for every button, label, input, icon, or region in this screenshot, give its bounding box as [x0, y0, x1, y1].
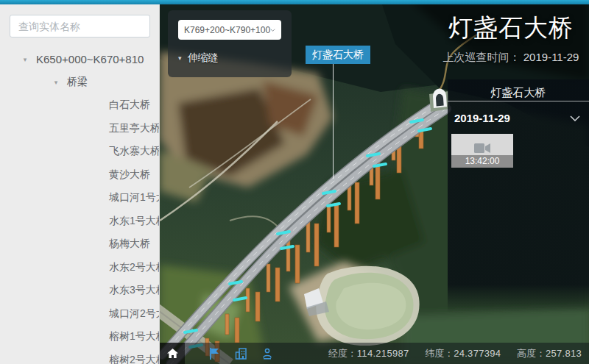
- tree-node-bridges[interactable]: ▾ 桥梁: [0, 71, 159, 93]
- altitude-value: 257.813: [546, 348, 582, 359]
- video-timestamp: 13:42:00: [451, 155, 513, 168]
- flag-icon: [209, 348, 219, 360]
- tree-node-label: K650+000~K670+810: [36, 53, 144, 65]
- home-icon: [167, 349, 178, 359]
- bridge-list-item[interactable]: 水东2号大桥: [0, 256, 159, 279]
- longitude-value: 114.215987: [357, 348, 409, 359]
- bridge-title: 灯盏石大桥: [439, 12, 583, 45]
- last-patrol-line: 上次巡查时间： 2019-11-29: [439, 51, 583, 65]
- map-3d-view[interactable]: K769+200~K790+100 ▾ 伸缩缝 灯盏石大桥 灯盏石大桥 上次巡查…: [160, 0, 589, 364]
- bridge-list-item[interactable]: 榕树1号大桥: [0, 325, 159, 349]
- sidebar: ▾ K650+000~K670+810 ▾ 桥梁 白石大桥五里亭大桥飞水寨大桥黄…: [0, 4, 160, 364]
- inspection-panel: 灯盏石大桥 2019-11-29 13:42:00: [448, 79, 589, 313]
- video-camera-icon: [474, 143, 491, 154]
- bridge-map-label[interactable]: 灯盏石大桥: [306, 46, 370, 64]
- inspection-video-thumbnail[interactable]: 13:42:00: [451, 134, 513, 168]
- joint-overlay-panel: K769+200~K790+100 ▾ 伸缩缝: [168, 10, 292, 77]
- latitude-value: 24.377394: [454, 348, 501, 359]
- bridge-inspection-app: ▾ K650+000~K670+810 ▾ 桥梁 白石大桥五里亭大桥飞水寨大桥黄…: [0, 0, 589, 364]
- bridge-list-item[interactable]: 飞水寨大桥: [0, 140, 159, 163]
- altitude-label: 高度：: [517, 348, 546, 359]
- top-accent-bar: [0, 0, 589, 4]
- bridge-list-item[interactable]: 水东3号大桥: [0, 279, 159, 302]
- bridge-list-item[interactable]: 城口河1号大桥: [0, 186, 159, 210]
- bridge-list-item[interactable]: 白石大桥: [0, 93, 159, 117]
- tree-node-segment[interactable]: ▾ K650+000~K670+810: [0, 48, 159, 71]
- last-patrol-label: 上次巡查时间：: [443, 51, 521, 63]
- inspection-date: 2019-11-29: [454, 112, 510, 124]
- inspection-panel-title: 灯盏石大桥: [448, 79, 589, 101]
- bridge-list: 白石大桥五里亭大桥飞水寨大桥黄沙大桥城口河1号大桥水东1号大桥杨梅大桥水东2号大…: [0, 93, 159, 364]
- home-view-button[interactable]: [160, 343, 185, 364]
- bridge-list-item[interactable]: 黄沙大桥: [0, 163, 159, 187]
- flag-button[interactable]: [201, 343, 228, 364]
- layer-label: 伸缩缝: [188, 51, 219, 65]
- facility-button[interactable]: [228, 343, 254, 364]
- layer-toggle-row[interactable]: ▾ 伸缩缝: [178, 51, 281, 65]
- last-patrol-date: 2019-11-29: [523, 51, 579, 63]
- person-pin-button[interactable]: [254, 343, 281, 364]
- segment-select[interactable]: K769+200~K790+100: [178, 20, 281, 40]
- bridge-list-item[interactable]: 五里亭大桥: [0, 117, 159, 140]
- bridge-list-item[interactable]: 城口河2号大桥: [0, 302, 159, 326]
- segment-select-value: K769+200~K790+100: [184, 25, 270, 35]
- building-icon: [235, 348, 247, 360]
- camera-coordinates: 经度：114.215987 纬度：24.377394 高度：257.813: [315, 347, 589, 360]
- longitude-label: 经度：: [328, 348, 357, 359]
- collapse-arrow-icon[interactable]: ▾: [52, 79, 60, 86]
- chevron-down-icon: [270, 28, 275, 32]
- bridge-list-item[interactable]: 榕树2号大桥: [0, 349, 159, 364]
- chevron-down-icon[interactable]: [570, 115, 580, 121]
- hero-block: 灯盏石大桥 上次巡查时间： 2019-11-29: [439, 12, 583, 65]
- person-pin-icon: [262, 348, 272, 360]
- collapse-arrow-icon[interactable]: ▾: [178, 54, 182, 62]
- search-input[interactable]: [10, 15, 150, 38]
- latitude-label: 纬度：: [425, 348, 454, 359]
- inspection-date-row[interactable]: 2019-11-29: [448, 101, 589, 124]
- search-wrap: [0, 4, 159, 38]
- bridge-list-item[interactable]: 杨梅大桥: [0, 232, 159, 256]
- collapse-arrow-icon[interactable]: ▾: [21, 56, 29, 63]
- bridge-list-item[interactable]: 水东1号大桥: [0, 210, 159, 233]
- label-leader-line: [333, 64, 334, 179]
- entity-tree: ▾ K650+000~K670+810 ▾ 桥梁 白石大桥五里亭大桥飞水寨大桥黄…: [0, 48, 159, 364]
- status-bar: 经度：114.215987 纬度：24.377394 高度：257.813: [160, 343, 589, 364]
- tree-node-label: 桥梁: [67, 76, 88, 89]
